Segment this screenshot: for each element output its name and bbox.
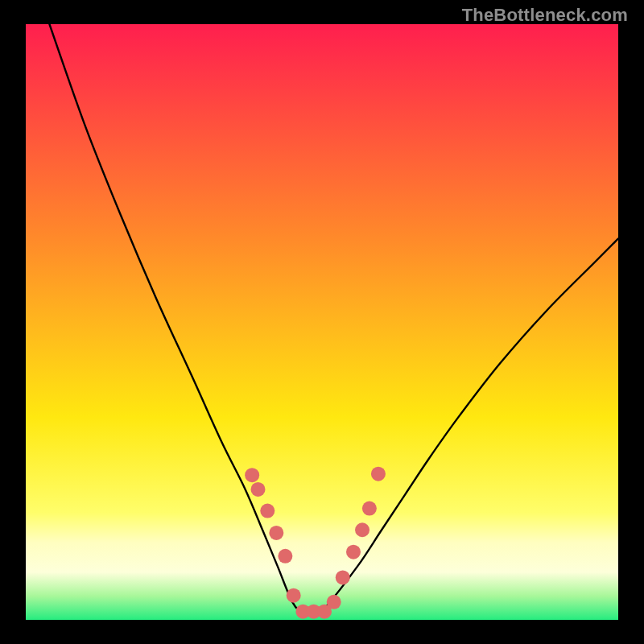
chart-svg xyxy=(26,24,618,620)
plot-area xyxy=(26,24,618,620)
highlight-point xyxy=(269,526,283,540)
highlight-point xyxy=(336,570,350,584)
highlight-point xyxy=(355,522,369,537)
highlight-point xyxy=(362,502,377,516)
highlight-point xyxy=(245,468,259,482)
highlight-point xyxy=(260,504,275,518)
watermark-text: TheBottleneck.com xyxy=(462,5,628,26)
gradient-background xyxy=(26,24,618,620)
highlight-point xyxy=(278,549,292,564)
highlight-point xyxy=(251,482,266,497)
highlight-point xyxy=(371,467,386,481)
chart-frame: TheBottleneck.com xyxy=(0,0,644,644)
highlight-point xyxy=(287,588,301,603)
highlight-point xyxy=(346,545,361,559)
highlight-point xyxy=(327,595,341,609)
